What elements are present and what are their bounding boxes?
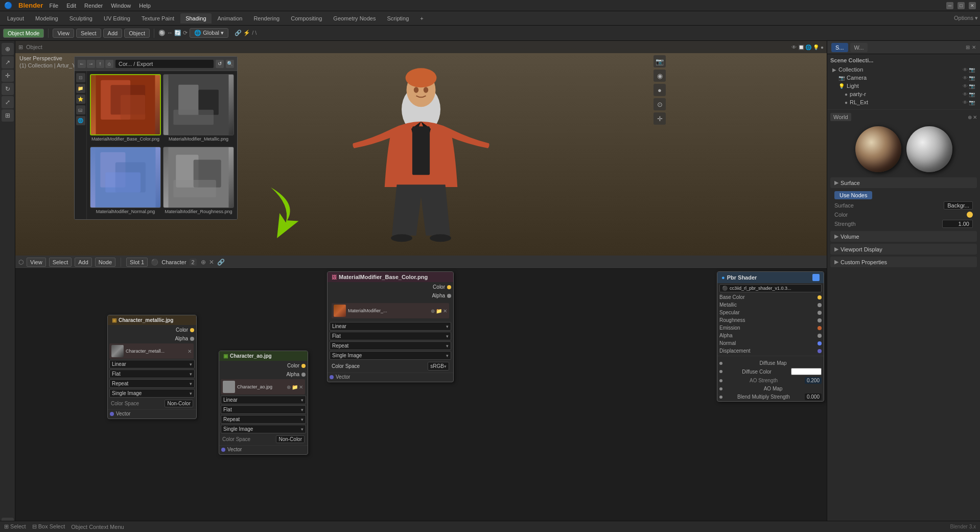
ao-color-dot[interactable] [301,364,306,368]
socket-alpha-dot[interactable] [447,294,451,298]
ao-vector-dot[interactable] [221,448,225,452]
view-menu[interactable]: View [53,29,74,38]
ao-flat[interactable]: Flat ▾ [221,405,306,414]
node-select-btn[interactable]: Select [49,258,72,267]
img-copy-btn[interactable]: ⊕ [431,308,435,314]
preview-sphere-hdri[interactable] [855,126,901,172]
node-pbr[interactable]: ● Pbr Shader ⚫ cc3iid_rl_pbr_shader_v1.0… [717,271,824,402]
rp-options-btn[interactable]: ⊞ [966,44,970,50]
coll-party[interactable]: ● party-r 👁 📷 [830,90,977,98]
pbr-blend-value[interactable]: 0.000 [805,394,822,400]
pbr-displacement-socket[interactable] [818,349,822,353]
tab-scripting[interactable]: Scripting [382,13,414,24]
menu-help[interactable]: Help [139,3,151,9]
menu-render[interactable]: Render [84,3,103,9]
repeat-select[interactable]: Repeat ▾ [330,341,451,350]
file-roughness[interactable]: MaterialModifier_Roughness.png [163,147,234,217]
rl-vis-1[interactable]: 👁 [963,100,968,105]
node-menu-btn[interactable]: Node [95,258,115,267]
light-vis-2[interactable]: 📷 [969,83,975,89]
metallic-flat[interactable]: Flat ▾ [109,369,195,378]
ao-repeat[interactable]: Repeat ▾ [221,415,306,424]
metallic-color-dot[interactable] [190,328,194,332]
section-viewport-display[interactable]: ▶ Viewport Display [830,244,977,255]
file-base-color[interactable]: MaterialModifier_Base_Color.png [90,74,161,145]
forward-btn[interactable]: → [87,60,95,68]
coll-light[interactable]: 💡 Light 👁 📷 [830,82,977,90]
vp-overlay-icons[interactable]: 👁 🔲 🌐 💡 ● [791,44,824,50]
rp-tab-w[interactable]: W... [850,43,868,52]
use-nodes-btn[interactable]: Use Nodes [834,191,872,199]
vp-camera-icon[interactable]: 📷 [654,55,666,67]
fb-icon-3[interactable]: ⭐ [76,95,85,104]
node-add-btn[interactable]: Add [75,258,92,267]
metallic-alpha-dot[interactable] [190,337,194,341]
img-close-btn[interactable]: ✕ [443,308,447,314]
tab-rendering[interactable]: Rendering [248,13,285,24]
coll-collection[interactable]: ▶ Collection 👁 📷 [830,65,977,74]
tab-uv-editing[interactable]: UV Editing [99,13,135,24]
metallic-vector-dot[interactable] [110,412,114,416]
mode-selector[interactable]: Object Mode [3,29,44,38]
pbr-alpha-socket[interactable] [818,334,822,338]
pbr-ao-strength-socket[interactable] [719,379,722,382]
file-normal[interactable]: MaterialModifier_Normal.png [90,147,161,217]
tab-world[interactable]: World [830,113,851,121]
tab-texture-paint[interactable]: Texture Paint [136,13,179,24]
sidebar-tools[interactable]: ⊕ [2,43,14,55]
section-custom-props[interactable]: ▶ Custom Properties [830,257,977,267]
node-ao[interactable]: ▣ Character_ao.jpg Color Alpha [219,351,308,455]
close-btn[interactable]: ✕ [969,2,976,9]
metallic-repeat[interactable]: Repeat ▾ [109,379,195,388]
surface-prop-select[interactable]: Backgr... [944,201,973,210]
tab-animation[interactable]: Animation [213,13,248,24]
ao-file-btn[interactable]: 📁 [292,384,298,390]
section-volume[interactable]: ▶ Volume [830,231,977,242]
rl-vis-2[interactable]: 📷 [969,100,975,105]
ao-copy-btn[interactable]: ⊕ [287,384,291,390]
rp-pin-btn[interactable]: ✕ [972,44,976,50]
ao-close-btn[interactable]: ✕ [299,384,303,390]
pbr-base-color-socket[interactable] [818,295,822,299]
ao-single-image[interactable]: Single Image ▾ [221,425,306,433]
metallic-img[interactable]: Character_metall... ✕ [109,343,194,359]
rp-tab-s[interactable]: S... [831,43,848,52]
pbr-diffuse-color-swatch[interactable] [791,368,822,375]
node-copy-icon[interactable]: ⊕ [201,259,206,266]
pbr-blend-socket[interactable] [719,396,722,399]
party-vis-1[interactable]: 👁 [963,91,968,97]
vp-overlay-icon[interactable]: ⊙ [654,98,666,110]
tab-geometry-nodes[interactable]: Geometry Nodes [328,13,381,24]
node-base-color[interactable]: 🖼 MaterialModifier_Base_Color.png Color … [327,271,454,382]
pbr-emission-socket[interactable] [818,326,822,330]
tab-layout[interactable]: Layout [2,13,29,24]
light-vis-1[interactable]: 👁 [963,83,968,89]
home-btn[interactable]: ⌂ [105,60,113,68]
node-pin-icon[interactable]: ✕ [209,259,214,266]
slot-selector[interactable]: Slot 1 [126,258,148,267]
tab-add[interactable]: + [415,13,428,24]
sidebar-scale[interactable]: ⤢ [2,96,14,108]
metallic-cs-select[interactable]: Non-Color [165,400,193,407]
preview-sphere-plain[interactable] [906,126,952,172]
sidebar-select[interactable]: ↗ [2,56,14,68]
pbr-diffuse-map-socket[interactable] [719,362,722,365]
back-btn[interactable]: ← [78,60,86,68]
minimize-btn[interactable]: ─ [946,2,953,9]
section-surface[interactable]: ▶ Surface [830,177,977,188]
menu-file[interactable]: File [49,3,58,9]
menu-edit[interactable]: Edit [66,3,76,9]
metallic-single-image[interactable]: Single Image ▾ [109,389,195,398]
node-view-btn[interactable]: View [27,258,46,267]
up-btn[interactable]: ↑ [96,60,104,68]
metallic-close-btn[interactable]: ✕ [188,349,192,354]
coll-rl-ext[interactable]: ● RL_Ext 👁 📷 [830,98,977,106]
file-metallic[interactable]: MaterialModifier_Metallic.png [163,74,234,145]
camera-vis-1[interactable]: 👁 [963,75,968,81]
sidebar-rotate[interactable]: ↻ [2,83,14,95]
flat-select[interactable]: Flat ▾ [330,332,451,340]
pbr-ao-strength-value[interactable]: 0.200 [805,377,822,384]
pbr-ao-map-socket[interactable] [719,387,722,390]
color-dot[interactable] [967,212,973,218]
node-img-preview[interactable]: MaterialModifier_... ⊕ 📁 ✕ [332,303,449,318]
